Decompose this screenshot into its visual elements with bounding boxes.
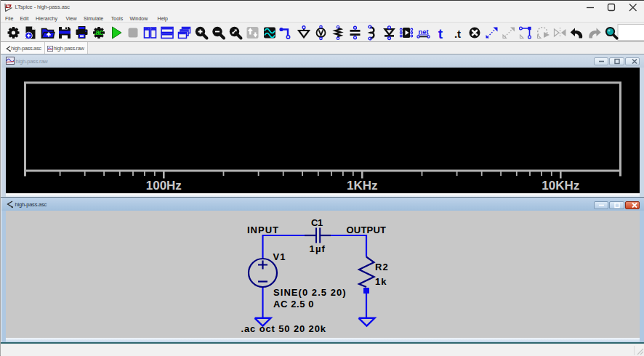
svg-text:10KHz: 10KHz	[542, 179, 579, 193]
svg-text:INPUT: INPUT	[247, 224, 279, 235]
svg-text:1k: 1k	[375, 276, 387, 287]
svg-text:R2: R2	[375, 262, 389, 272]
svg-text:net: net	[418, 28, 429, 36]
svg-text:100Hz: 100Hz	[146, 179, 182, 193]
svg-text:V1: V1	[273, 251, 286, 262]
svg-text:.ac: .ac	[94, 28, 103, 36]
svg-text:SINE(0 2.5 20): SINE(0 2.5 20)	[273, 287, 347, 298]
svg-text:OUTPUT: OUTPUT	[347, 224, 387, 235]
svg-text:.t: .t	[454, 28, 461, 40]
svg-text:1KHz: 1KHz	[347, 179, 378, 193]
svg-text:t: t	[438, 26, 443, 41]
svg-text:C1: C1	[311, 217, 323, 228]
svg-text:AC 2.5 0: AC 2.5 0	[273, 299, 314, 310]
svg-text:1µf: 1µf	[310, 243, 326, 254]
svg-text:.ac oct 50 20 20k: .ac oct 50 20 20k	[241, 323, 326, 334]
